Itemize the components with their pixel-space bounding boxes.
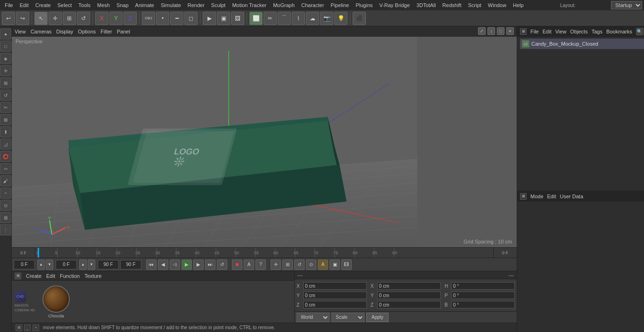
menu-redshift[interactable]: Redshift [439,1,464,9]
vp-icon-settings[interactable]: ≡ [506,27,514,35]
menu-plugins[interactable]: Plugins [353,1,375,9]
menu-window[interactable]: Window [485,1,509,9]
window-icon[interactable]: ⊞ [16,324,22,331]
coord-y-input[interactable] [303,292,367,299]
menu-help[interactable]: Help [510,1,527,9]
size-z-input[interactable] [377,301,441,308]
spline-button[interactable]: ✏ [264,12,277,25]
lt-scale[interactable]: ⊞ [0,77,11,89]
scale-tool-button[interactable]: ⊞ [63,12,76,25]
object-mode-button[interactable]: OBJ [142,12,155,25]
layout-dropdown[interactable]: Startup [611,1,642,9]
lt-extra[interactable]: ⋮ [0,224,11,235]
prev-keyframe-button[interactable]: ◁| [170,259,180,270]
vp-menu-display[interactable]: Display [56,29,73,34]
frame-start-stepper[interactable]: ▲ [37,259,45,270]
vp-icon-camera[interactable]: □ [497,27,504,35]
lt-smooth[interactable]: ~ [0,187,11,199]
scale-dropdown[interactable]: Scale [331,313,364,322]
rotate-icon-btn[interactable]: ↺ [294,259,305,270]
mat-menu-edit[interactable]: Edit [46,273,55,279]
menu-character[interactable]: Character [298,1,327,9]
rotate-tool-button[interactable]: ↺ [77,12,90,25]
next-frame-button[interactable]: ▶ [193,259,204,270]
lt-live-select[interactable]: ● [0,28,11,40]
lt-knife[interactable]: ✂ [0,102,11,113]
vp-menu-cameras[interactable]: Cameras [31,29,52,34]
goto-start-button[interactable]: ⏮ [146,259,157,270]
menu-select[interactable]: Select [55,1,75,9]
mat-menu-function[interactable]: Function [60,273,80,279]
axis-z-button[interactable]: Z [124,12,137,25]
size-x-input[interactable] [377,282,441,290]
viewport[interactable]: View Cameras Display Options Filter Pane… [12,26,517,247]
rot-p-input[interactable] [451,292,515,299]
help-button[interactable]: ? [256,259,266,270]
menu-edit[interactable]: Edit [17,1,32,9]
camera-button[interactable]: 📷 [320,12,333,25]
lt-loop-sel[interactable]: ⭕ [0,151,11,162]
obj-menu-bookmarks[interactable]: Bookmarks [606,29,632,34]
end-frame-stepper[interactable]: ▲ [79,259,87,270]
menu-animate[interactable]: Animate [132,1,157,9]
material-swatch-chocola[interactable]: Chocola [42,285,70,318]
menu-mograph[interactable]: MoGraph [270,1,297,9]
lt-box-select[interactable]: □ [0,40,11,52]
lt-rotate[interactable]: ↺ [0,89,11,101]
menu-simulate[interactable]: Simulate [158,1,184,9]
mat-menu-create[interactable]: Create [26,273,41,279]
menu-render[interactable]: Render [185,1,207,9]
menu-motion-tracker[interactable]: Motion Tracker [229,1,269,9]
prev-frame-button[interactable]: ◀ [158,259,168,270]
play-button[interactable]: ▶ [182,259,192,270]
record-button[interactable]: ⏺ [232,259,242,270]
floor-button[interactable]: ⬛ [353,12,366,25]
frame-start-input[interactable] [14,260,35,269]
select-tool-button[interactable]: ↖ [34,12,48,25]
render-region-button[interactable]: ▣ [217,12,230,25]
vp-menu-view[interactable]: View [15,29,26,34]
menu-snap[interactable]: Snap [114,1,132,9]
nurbs-button[interactable]: ⌒ [278,12,291,25]
timeline-ruler[interactable]: 0 F 0 5 10 15 20 [12,247,517,258]
obj-menu-objects[interactable]: Objects [570,29,587,34]
vp-menu-options[interactable]: Options [78,29,96,34]
lt-bridge[interactable]: ⊠ [0,114,11,125]
minimize-button[interactable]: _ [24,324,31,331]
render-to-picture-button[interactable]: 🖼 [231,12,244,25]
move-tool-button[interactable]: ✛ [49,12,62,25]
world-dropdown[interactable]: World [297,313,330,322]
point-mode-button[interactable]: • [156,12,169,25]
mat-menu-texture[interactable]: Texture [84,273,101,279]
light-button[interactable]: 💡 [334,12,347,25]
object-item-candy-box[interactable]: L0 Candy_Box_Mockup_Closed [520,39,644,49]
move-icon-btn[interactable]: ✛ [271,259,281,270]
chocola-swatch-ball[interactable] [42,285,70,313]
render-preview-button[interactable]: ▶ [203,12,216,25]
render-btn2[interactable]: ▣ [330,259,340,270]
environment-button[interactable]: ☁ [306,12,319,25]
scale-icon-btn[interactable]: ⊞ [282,259,293,270]
lt-paint[interactable]: 🖌 [0,175,11,186]
cube-button[interactable]: ⬜ [249,12,263,25]
coord-x-input[interactable] [303,282,367,290]
lt-mirror[interactable]: ⇿ [0,163,11,174]
filmstrip-btn[interactable]: 🎞 [341,259,352,270]
menu-script[interactable]: Script [465,1,484,9]
end-frame-stepper-down[interactable]: ▼ [88,259,95,270]
redo-button[interactable]: ↪ [16,12,29,25]
menu-sculpt[interactable]: Sculpt [208,1,229,9]
goto-end-button[interactable]: ⏭ [205,259,215,270]
snap-icon-btn[interactable]: ⊙ [306,259,316,270]
autokey-button[interactable]: A [244,259,254,270]
attr-menu-edit[interactable]: Edit [547,194,556,199]
menu-mesh[interactable]: Mesh [94,1,113,9]
lt-magnet[interactable]: ⊙ [0,200,11,211]
lt-extrude[interactable]: ⬆ [0,126,11,138]
obj-menu-tags[interactable]: Tags [592,29,603,34]
loop-button[interactable]: ↺ [217,259,227,270]
frame-end2-input[interactable] [120,260,141,269]
rot-h-input[interactable] [451,282,515,290]
menu-3dtoall[interactable]: 3DTotAll [413,1,438,9]
vp-icon-lock[interactable]: ↕ [487,27,495,35]
